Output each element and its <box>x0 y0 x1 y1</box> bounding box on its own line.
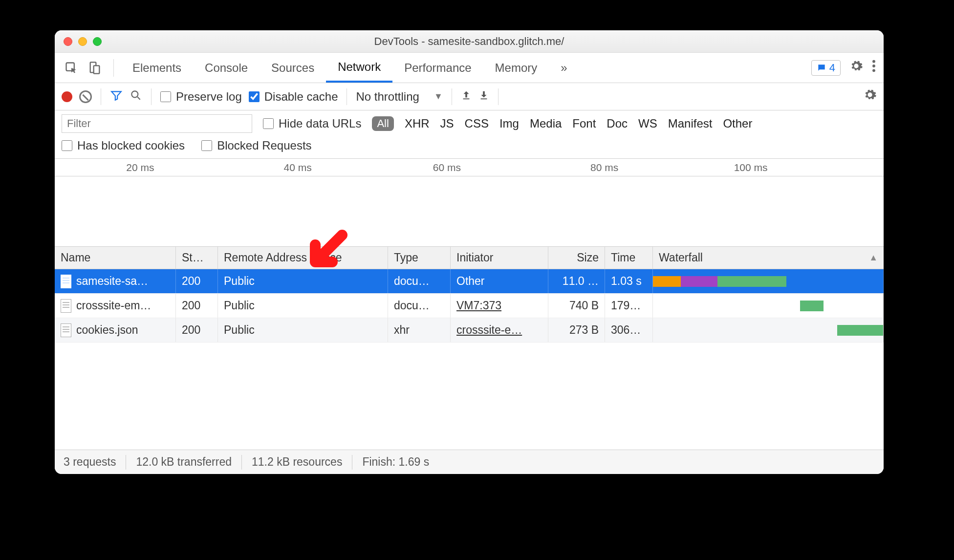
tab-console[interactable]: Console <box>193 53 260 83</box>
filter-type-media[interactable]: Media <box>530 117 562 130</box>
cell-name: cookies.json <box>55 318 176 342</box>
cell-name: crosssite-em… <box>55 294 176 318</box>
device-toolbar-icon[interactable] <box>83 61 107 75</box>
devtools-window: DevTools - samesite-sandbox.glitch.me/ E… <box>55 30 884 474</box>
divider <box>151 88 152 105</box>
throttling-dropdown[interactable]: No throttling ▼ <box>356 90 442 104</box>
svg-point-5 <box>872 69 875 72</box>
svg-point-3 <box>872 60 875 63</box>
filter-type-other[interactable]: Other <box>723 117 752 130</box>
disable-cache-checkbox[interactable]: Disable cache <box>249 90 338 104</box>
divider <box>352 455 352 470</box>
file-icon <box>61 299 71 313</box>
timeline-tick: 80 ms <box>590 162 618 173</box>
table-row[interactable]: crosssite-em…200Publicdocu…VM7:373740 B1… <box>55 294 884 318</box>
annotation-arrow-icon <box>303 228 352 279</box>
preserve-log-label: Preserve log <box>176 90 242 104</box>
filter-type-doc[interactable]: Doc <box>607 117 628 130</box>
filter-type-manifest[interactable]: Manifest <box>668 117 713 130</box>
titlebar: DevTools - samesite-sandbox.glitch.me/ <box>55 30 884 53</box>
filter-type-all[interactable]: All <box>372 116 393 131</box>
sort-ascending-icon: ▲ <box>869 253 878 263</box>
divider <box>113 59 114 77</box>
download-har-icon[interactable] <box>478 90 489 104</box>
filter-icon[interactable] <box>110 89 123 105</box>
search-icon[interactable] <box>130 89 142 105</box>
issues-count: 4 <box>829 62 835 74</box>
waterfall-bar <box>681 276 717 287</box>
disable-cache-label: Disable cache <box>264 90 338 104</box>
settings-icon[interactable] <box>849 59 863 76</box>
preserve-log-checkbox[interactable]: Preserve log <box>160 90 242 104</box>
cell-status: 200 <box>176 269 218 293</box>
col-initiator[interactable]: Initiator <box>451 247 548 269</box>
grid-body: samesite-sa…200Publicdocu…Other11.0 …1.0… <box>55 269 884 388</box>
col-waterfall[interactable]: Waterfall ▲ <box>653 247 884 269</box>
blocked-requests-checkbox[interactable]: Blocked Requests <box>201 139 311 152</box>
cell-type: docu… <box>388 269 451 293</box>
cell-size: 740 B <box>548 294 605 318</box>
tab-memory[interactable]: Memory <box>483 53 549 83</box>
filter-type-js[interactable]: JS <box>440 117 454 130</box>
divider <box>452 88 452 105</box>
waterfall-bar <box>717 276 786 287</box>
divider <box>101 88 101 105</box>
issues-badge[interactable]: 4 <box>811 60 841 76</box>
minimize-icon[interactable] <box>78 37 87 46</box>
timeline-tick: 60 ms <box>433 162 461 173</box>
cell-remote-address-space: Public <box>218 318 388 342</box>
tab-network[interactable]: Network <box>326 53 392 83</box>
tab-performance[interactable]: Performance <box>392 53 483 83</box>
filter-type-css[interactable]: CSS <box>465 117 489 130</box>
inspect-element-icon[interactable] <box>60 61 83 75</box>
col-size[interactable]: Size <box>548 247 605 269</box>
table-row[interactable]: cookies.json200Publicxhrcrosssite-e…273 … <box>55 318 884 343</box>
file-icon <box>61 323 71 337</box>
status-transferred: 12.0 kB transferred <box>136 455 232 469</box>
col-name[interactable]: Name <box>55 247 176 269</box>
filter-type-xhr[interactable]: XHR <box>405 117 430 130</box>
clear-button[interactable] <box>79 90 92 103</box>
record-button[interactable] <box>62 91 72 102</box>
tab-overflow[interactable]: » <box>549 53 579 83</box>
window-title: DevTools - samesite-sandbox.glitch.me/ <box>55 35 884 48</box>
cell-status: 200 <box>176 318 218 342</box>
cell-initiator: Other <box>451 269 548 293</box>
waterfall-bar <box>837 325 883 336</box>
status-bar: 3 requests 12.0 kB transferred 11.2 kB r… <box>55 450 884 474</box>
col-time[interactable]: Time <box>605 247 653 269</box>
filter-type-img[interactable]: Img <box>499 117 519 130</box>
divider <box>347 88 347 105</box>
col-status[interactable]: St… <box>176 247 218 269</box>
tab-elements[interactable]: Elements <box>121 53 193 83</box>
cell-initiator: crosssite-e… <box>451 318 548 342</box>
maximize-icon[interactable] <box>93 37 102 46</box>
filter-type-ws[interactable]: WS <box>638 117 657 130</box>
cell-name: samesite-sa… <box>55 269 176 293</box>
close-icon[interactable] <box>64 37 72 46</box>
tab-sources[interactable]: Sources <box>260 53 326 83</box>
cell-time: 179… <box>605 294 653 318</box>
hide-data-urls-checkbox[interactable]: Hide data URLs <box>263 117 361 130</box>
upload-har-icon[interactable] <box>461 90 472 104</box>
more-menu-icon[interactable] <box>872 59 876 76</box>
filter-type-font[interactable]: Font <box>572 117 596 130</box>
cell-waterfall <box>653 294 884 318</box>
svg-rect-7 <box>463 98 469 99</box>
network-toolbar: Preserve log Disable cache No throttling… <box>55 83 884 110</box>
col-type[interactable]: Type <box>388 247 451 269</box>
cell-waterfall <box>653 318 884 342</box>
waterfall-bar <box>800 301 823 311</box>
cell-remote-address-space: Public <box>218 294 388 318</box>
network-settings-icon[interactable] <box>863 88 877 105</box>
grid-header: Name St… Remote Address Space Type Initi… <box>55 247 884 269</box>
filter-input[interactable] <box>62 114 252 133</box>
timeline[interactable]: 20 ms40 ms60 ms80 ms100 ms <box>55 159 884 247</box>
timeline-tick: 20 ms <box>126 162 154 173</box>
has-blocked-cookies-checkbox[interactable]: Has blocked cookies <box>62 139 185 152</box>
traffic-lights <box>64 37 102 46</box>
cell-time: 1.03 s <box>605 269 653 293</box>
status-finish: Finish: 1.69 s <box>362 455 429 469</box>
table-row[interactable]: samesite-sa…200Publicdocu…Other11.0 …1.0… <box>55 269 884 294</box>
file-icon <box>61 275 71 288</box>
